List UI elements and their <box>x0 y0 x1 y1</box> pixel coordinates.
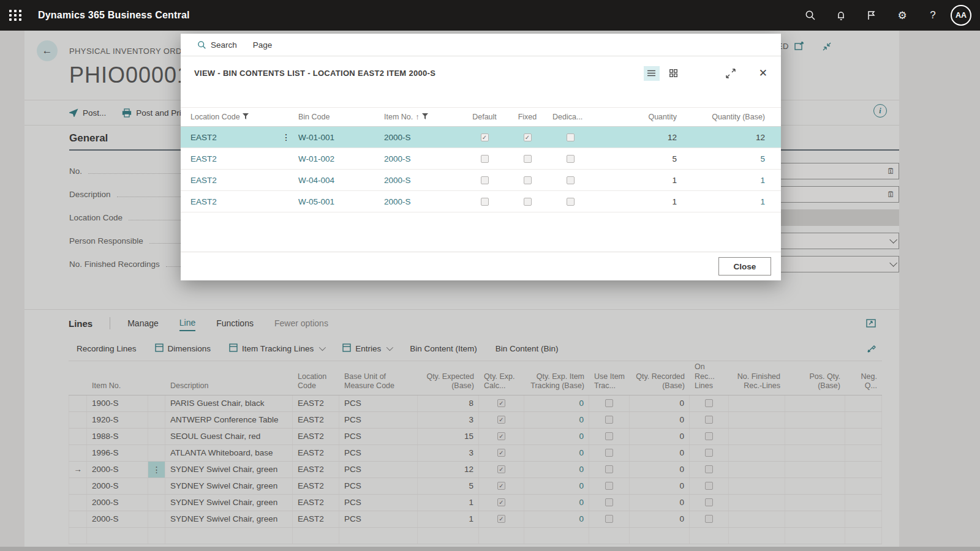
app-title: Dynamics 365 Business Central <box>38 10 190 21</box>
cell-item-no[interactable]: 2000-S <box>380 176 463 185</box>
bin-contents-grid-header: Location CodeBin CodeItem No.↑DefaultFix… <box>181 107 781 127</box>
sort-ascending-icon: ↑ <box>415 113 419 121</box>
cell-fixed <box>506 176 549 184</box>
search-icon[interactable] <box>797 2 823 28</box>
cell-location-code[interactable]: EAST2 <box>187 176 277 185</box>
dialog-search[interactable]: Search <box>197 40 237 50</box>
cell-quantity[interactable]: 12 <box>592 133 680 142</box>
account-avatar[interactable]: AA <box>951 5 971 26</box>
cell-item-no[interactable]: 2000-S <box>380 154 463 163</box>
cell-quantity[interactable]: 1 <box>592 176 680 185</box>
bin-contents-grid: Location CodeBin CodeItem No.↑DefaultFix… <box>181 107 781 212</box>
cell-bin-code[interactable]: W-01-001 <box>295 133 380 142</box>
feedback-flag-icon[interactable] <box>859 2 884 28</box>
tile-view-icon[interactable] <box>666 66 682 81</box>
default-checkbox[interactable] <box>481 176 489 184</box>
col-header-dedica-[interactable]: Dedica... <box>549 113 592 121</box>
cell-dedicated <box>549 176 592 184</box>
bin-content-row[interactable]: EAST2W-05-0012000-S11 <box>181 191 781 212</box>
settings-gear-icon[interactable]: ⚙ <box>889 2 915 28</box>
cell-quantity-base[interactable]: 1 <box>680 197 769 206</box>
default-checkbox[interactable]: ✓ <box>481 133 489 141</box>
dialog-menu-bar: Search Page <box>181 34 781 56</box>
bin-content-row[interactable]: EAST2⋮W-01-0012000-S✓✓1212 <box>181 127 781 148</box>
dialog-title: VIEW - BIN CONTENTS LIST - LOCATION EAST… <box>194 69 435 78</box>
filter-icon <box>243 113 249 121</box>
row-menu-dots[interactable]: ⋮ <box>277 132 295 142</box>
col-header-default[interactable]: Default <box>463 113 506 121</box>
dialog-title-bar: VIEW - BIN CONTENTS LIST - LOCATION EAST… <box>181 56 781 90</box>
app-launcher-icon[interactable] <box>0 0 31 31</box>
dedicated-checkbox[interactable] <box>567 198 575 206</box>
list-view-icon[interactable] <box>644 66 660 81</box>
col-header-item-no-[interactable]: Item No.↑ <box>380 113 463 121</box>
close-button[interactable]: Close <box>718 257 771 276</box>
app-root: Dynamics 365 Business Central ⚙ ? AA ← P… <box>0 0 980 551</box>
cell-item-no[interactable]: 2000-S <box>380 133 463 142</box>
fixed-checkbox[interactable] <box>524 155 532 163</box>
cell-location-code[interactable]: EAST2 <box>187 154 277 163</box>
fixed-checkbox[interactable]: ✓ <box>524 133 532 141</box>
topbar-actions: ⚙ ? AA <box>797 2 980 28</box>
notifications-bell-icon[interactable] <box>828 2 854 28</box>
dedicated-checkbox[interactable] <box>567 176 575 184</box>
cell-fixed: ✓ <box>506 133 549 141</box>
bin-contents-list-dialog: Search Page VIEW - BIN CONTENTS LIST - L… <box>181 34 781 280</box>
dedicated-checkbox[interactable] <box>567 155 575 163</box>
close-dialog-icon[interactable]: ✕ <box>759 67 767 80</box>
cell-bin-code[interactable]: W-05-001 <box>295 197 380 206</box>
fixed-checkbox[interactable] <box>524 198 532 206</box>
fixed-checkbox[interactable] <box>524 176 532 184</box>
cell-bin-code[interactable]: W-04-004 <box>295 176 380 185</box>
cell-item-no[interactable]: 2000-S <box>380 197 463 206</box>
dedicated-checkbox[interactable] <box>567 133 575 141</box>
cell-quantity-base[interactable]: 1 <box>680 176 769 185</box>
col-header-location-code[interactable]: Location Code <box>187 113 277 121</box>
cell-dedicated <box>549 133 592 141</box>
cell-dedicated <box>549 155 592 163</box>
col-header-quantity[interactable]: Quantity <box>592 113 680 121</box>
cell-fixed <box>506 155 549 163</box>
bin-content-row[interactable]: EAST2W-01-0022000-S55 <box>181 148 781 170</box>
col-header-quantity-base-[interactable]: Quantity (Base) <box>680 113 769 121</box>
cell-default: ✓ <box>463 133 506 141</box>
default-checkbox[interactable] <box>481 198 489 206</box>
expand-dialog-icon[interactable] <box>726 69 736 78</box>
filter-icon <box>422 113 428 121</box>
dialog-footer: Close <box>181 252 781 280</box>
cell-location-code[interactable]: EAST2 <box>187 197 277 206</box>
top-navigation-bar: Dynamics 365 Business Central ⚙ ? AA <box>0 0 980 31</box>
col-header-bin-code[interactable]: Bin Code <box>295 113 380 121</box>
dialog-page-menu[interactable]: Page <box>253 40 273 50</box>
cell-dedicated <box>549 198 592 206</box>
cell-fixed <box>506 198 549 206</box>
cell-quantity-base[interactable]: 5 <box>680 154 769 163</box>
waffle-icon <box>9 10 22 21</box>
cell-default <box>463 176 506 184</box>
default-checkbox[interactable] <box>481 155 489 163</box>
bin-content-row[interactable]: EAST2W-04-0042000-S11 <box>181 170 781 191</box>
cell-default <box>463 198 506 206</box>
cell-quantity[interactable]: 5 <box>592 154 680 163</box>
help-icon[interactable]: ? <box>920 2 946 28</box>
cell-quantity[interactable]: 1 <box>592 197 680 206</box>
cell-location-code[interactable]: EAST2 <box>187 133 277 142</box>
cell-quantity-base[interactable]: 12 <box>680 133 769 142</box>
cell-bin-code[interactable]: W-01-002 <box>295 154 380 163</box>
col-header-fixed[interactable]: Fixed <box>506 113 549 121</box>
cell-default <box>463 155 506 163</box>
